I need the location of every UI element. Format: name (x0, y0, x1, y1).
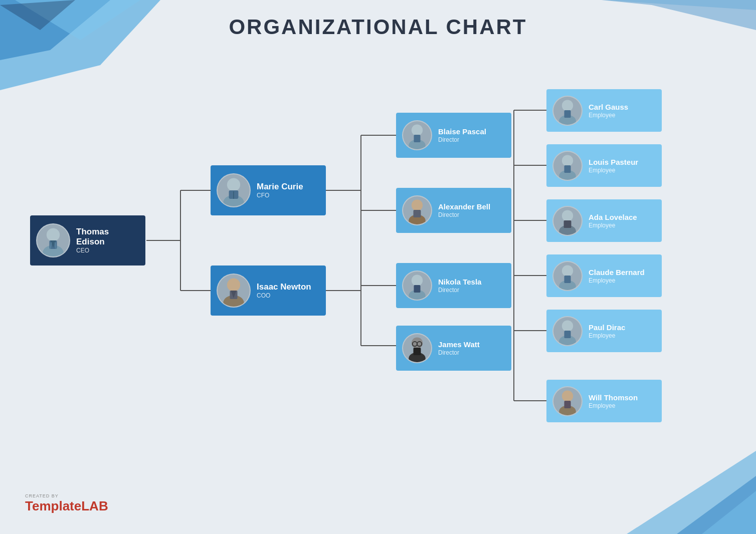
avatar-emp1 (552, 96, 583, 126)
emp5-info: Paul Dirac Employee (589, 323, 625, 339)
page-title: ORGANIZATIONAL CHART (0, 0, 756, 39)
avatar-emp6 (552, 386, 583, 416)
svg-rect-55 (414, 348, 421, 355)
svg-rect-73 (564, 401, 571, 408)
avatar-dir2 (402, 195, 432, 225)
node-dir3: Nikola Tesla Director (396, 263, 511, 308)
avatar-dir3 (402, 271, 432, 301)
svg-point-44 (412, 200, 423, 211)
svg-point-37 (227, 279, 240, 292)
svg-rect-64 (564, 220, 572, 228)
node-emp6: Will Thomson Employee (546, 380, 662, 422)
node-emp5: Paul Dirac Employee (546, 310, 662, 352)
ceo-info: Thomas Edison CEO (76, 227, 139, 254)
node-emp4: Claude Bernard Employee (546, 254, 662, 297)
node-dir2: Alexander Bell Director (396, 188, 511, 233)
dir1-info: Blaise Pascal Director (438, 127, 486, 143)
node-cfo: Marie Curie CFO (211, 165, 326, 215)
avatar-coo (217, 274, 251, 308)
cfo-info: Marie Curie CFO (257, 182, 303, 199)
svg-rect-70 (564, 331, 571, 338)
avatar-dir4 (402, 333, 432, 363)
svg-point-56 (562, 100, 573, 111)
svg-point-41 (412, 125, 423, 136)
svg-rect-58 (564, 110, 571, 118)
emp3-info: Ada Lovelace Employee (589, 213, 637, 229)
svg-rect-43 (414, 135, 420, 142)
node-coo: Isaac Newton COO (211, 265, 326, 316)
svg-point-27 (47, 228, 60, 241)
svg-point-59 (562, 155, 573, 166)
svg-rect-49 (414, 285, 420, 293)
avatar-emp4 (552, 261, 583, 291)
node-emp1: Carl Gauss Employee (546, 89, 662, 132)
avatar-emp2 (552, 151, 583, 181)
node-emp2: Louis Pasteur Employee (546, 144, 662, 187)
emp6-info: Will Thomson Employee (589, 393, 638, 409)
avatar-cfo (217, 173, 251, 207)
node-ceo: Thomas Edison CEO (30, 215, 145, 265)
avatar-ceo (36, 223, 70, 257)
dir2-info: Alexander Bell Director (438, 202, 490, 218)
svg-rect-46 (414, 210, 421, 217)
avatar-emp5 (552, 316, 583, 346)
emp1-info: Carl Gauss Employee (589, 103, 628, 119)
avatar-emp3 (552, 206, 583, 236)
svg-point-68 (562, 320, 573, 331)
logo: CREATED BY TemplateLAB (25, 493, 108, 514)
svg-rect-67 (564, 276, 571, 283)
dir4-info: James Watt Director (438, 340, 480, 356)
svg-point-33 (227, 178, 240, 191)
node-dir4: James Watt Director (396, 326, 511, 371)
svg-rect-61 (564, 165, 571, 173)
svg-point-62 (562, 210, 573, 221)
node-emp3: Ada Lovelace Employee (546, 199, 662, 242)
coo-info: Isaac Newton COO (257, 282, 311, 299)
dir3-info: Nikola Tesla Director (438, 278, 481, 294)
avatar-dir1 (402, 120, 432, 150)
org-chart: Thomas Edison CEO Marie Curie CFO (0, 50, 756, 534)
node-dir1: Blaise Pascal Director (396, 113, 511, 158)
svg-point-47 (412, 275, 423, 286)
emp2-info: Louis Pasteur Employee (589, 158, 638, 174)
emp4-info: Claude Bernard Employee (589, 268, 645, 284)
svg-point-71 (562, 390, 573, 401)
svg-point-65 (562, 265, 573, 276)
